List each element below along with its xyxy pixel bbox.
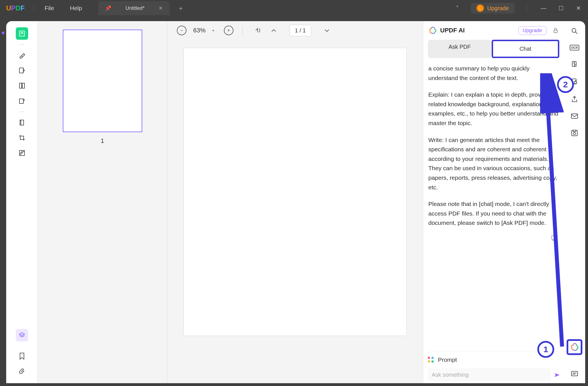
titlebar: UPDF File Help 📌 Untitled* ✕ ＋ ˅ L Upgra… — [0, 0, 588, 16]
save-icon[interactable] — [571, 129, 578, 137]
minimize-icon[interactable]: — — [540, 5, 547, 12]
left-toolbar — [6, 21, 38, 383]
prompt-label: Prompt — [438, 356, 457, 363]
svg-rect-19 — [574, 82, 577, 84]
updf-ai-logo-icon — [428, 26, 437, 35]
indicator-dot — [2, 32, 5, 34]
ai-message: Write: I can generate articles that meet… — [428, 135, 559, 192]
form-icon[interactable] — [16, 116, 28, 129]
tab-ask-pdf[interactable]: Ask PDF — [428, 40, 492, 58]
annotation-arrow — [540, 73, 571, 352]
thumbnail-panel: 1 — [38, 21, 167, 383]
tabs-dropdown-icon[interactable]: ˅ — [453, 5, 461, 12]
ai-panel-title: UPDF AI — [440, 27, 515, 34]
next-page-icon[interactable] — [321, 28, 333, 33]
ocr-button[interactable]: OCR — [570, 45, 579, 50]
svg-rect-23 — [573, 130, 576, 132]
svg-line-16 — [575, 32, 577, 34]
organize-icon[interactable] — [16, 95, 28, 107]
close-tab-icon[interactable]: ✕ — [159, 5, 163, 11]
zoom-dropdown-icon[interactable]: ▾ — [212, 28, 214, 33]
reader-icon[interactable] — [16, 27, 28, 40]
svg-line-27 — [546, 82, 562, 347]
page-thumbnail[interactable] — [63, 30, 142, 132]
document-area: − 63% ▾ + 1 / 1 — [167, 21, 423, 383]
crop-icon[interactable] — [16, 132, 28, 144]
menu-help[interactable]: Help — [62, 5, 90, 12]
pdf-page[interactable] — [184, 48, 406, 336]
zoom-in-button[interactable]: + — [224, 26, 233, 35]
search-icon[interactable] — [571, 27, 578, 35]
page-layout-icon[interactable] — [16, 79, 28, 92]
zoom-level[interactable]: 63% — [191, 27, 208, 34]
svg-rect-4 — [19, 83, 22, 88]
new-tab-button[interactable]: ＋ — [177, 4, 184, 13]
send-icon[interactable]: ➤ — [554, 371, 560, 379]
svg-rect-12 — [554, 30, 557, 33]
copy-response-icon[interactable] — [428, 235, 559, 241]
avatar: L — [476, 5, 484, 12]
layers-icon[interactable] — [16, 329, 28, 341]
annotation-marker-2: 2 — [557, 76, 574, 93]
maximize-icon[interactable]: ☐ — [557, 5, 565, 12]
tab-chat[interactable]: Chat — [494, 42, 558, 56]
svg-rect-3 — [19, 68, 23, 73]
svg-point-22 — [573, 132, 576, 135]
document-tab[interactable]: 📌 Untitled* ✕ — [98, 1, 170, 15]
tab-title: Untitled* — [125, 5, 144, 11]
ai-upgrade-button[interactable]: Upgrade — [518, 26, 546, 35]
svg-point-15 — [572, 28, 576, 32]
attachment-icon[interactable] — [16, 365, 28, 378]
email-icon[interactable] — [571, 113, 578, 119]
upgrade-button[interactable]: L Upgrade — [471, 3, 514, 14]
bookmark-icon[interactable] — [16, 350, 28, 362]
page-indicator[interactable]: 1 / 1 — [289, 25, 311, 36]
menu-file[interactable]: File — [37, 5, 62, 12]
zoom-out-button[interactable]: − — [177, 26, 186, 35]
svg-rect-6 — [19, 99, 23, 103]
app-logo: UPDF — [0, 4, 31, 12]
highlight-icon[interactable] — [16, 49, 28, 61]
svg-rect-20 — [571, 114, 578, 118]
share-icon[interactable] — [571, 96, 578, 103]
comments-icon[interactable] — [571, 371, 578, 378]
prev-page-icon[interactable] — [268, 28, 279, 33]
prompt-menu-icon[interactable] — [428, 357, 434, 363]
thumbnail-page-number: 1 — [46, 137, 159, 145]
lock-icon[interactable] — [553, 27, 559, 34]
annotation-marker-1: 1 — [537, 341, 554, 358]
redact-icon[interactable] — [16, 147, 28, 159]
svg-rect-8 — [21, 120, 24, 125]
close-window-icon[interactable]: ✕ — [574, 5, 582, 12]
ai-message: Explain: I can explain a topic in depth,… — [428, 90, 559, 128]
view-toolbar: − 63% ▾ + 1 / 1 — [167, 21, 423, 40]
svg-rect-24 — [571, 371, 578, 376]
convert-icon[interactable] — [571, 61, 578, 68]
ai-message: a concise summary to help you quickly un… — [428, 64, 559, 83]
pin-icon: 📌 — [105, 5, 111, 11]
ai-message: Please note that in [chat] mode, I can't… — [428, 199, 559, 228]
ai-input[interactable] — [428, 368, 551, 381]
edit-text-icon[interactable] — [16, 64, 28, 77]
svg-rect-5 — [22, 83, 24, 88]
first-page-icon[interactable] — [252, 27, 264, 34]
